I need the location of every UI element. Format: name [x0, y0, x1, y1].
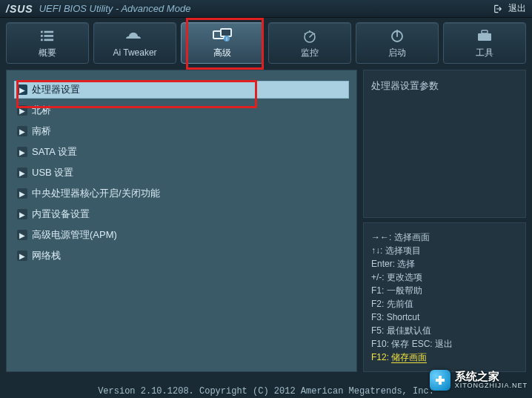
help-line: +/-: 更改选项	[371, 271, 518, 284]
side-pane: 处理器设置参数 →←: 选择画面 ↑↓: 选择项目 Enter: 选择 +/-:…	[363, 70, 526, 372]
svg-rect-4	[41, 39, 43, 41]
title-bar: /SUS UEFI BIOS Utility - Advanced Mode 退…	[0, 0, 532, 18]
chevron-right-icon: ▶	[17, 230, 27, 240]
menu-pane: ▶ 处理器设置 ▶ 北桥 ▶ 南桥 ▶ SATA 设置 ▶ USB 设置 ▶ 中…	[6, 70, 357, 372]
menu-label: 处理器设置	[32, 83, 80, 96]
info-panel: 处理器设置参数	[363, 70, 526, 218]
watermark: 系统之家 XITONGZHIJIA.NET	[430, 370, 528, 391]
menu-label: 网络栈	[32, 249, 61, 262]
menu-label: 内置设备设置	[32, 208, 90, 221]
menu-sata-config[interactable]: ▶ SATA 设置	[14, 143, 349, 161]
tab-label: Ai Tweaker	[113, 47, 156, 58]
menu-onboard-devices[interactable]: ▶ 内置设备设置	[14, 205, 349, 223]
tab-bar: 概要 Ai Tweaker i 高级 监控 启动 工具	[0, 18, 532, 67]
menu-label: 北桥	[32, 104, 51, 117]
info-text: 处理器设置参数	[371, 80, 439, 91]
advanced-icon: i	[213, 27, 232, 44]
tab-label: 工具	[476, 47, 493, 59]
tweaker-icon	[126, 28, 144, 44]
help-line: F5: 最佳默认值	[371, 324, 518, 337]
exit-icon	[493, 4, 504, 14]
tab-ai-tweaker[interactable]: Ai Tweaker	[93, 22, 176, 64]
menu-cpu-config[interactable]: ▶ 处理器设置	[14, 81, 349, 99]
tab-boot[interactable]: 启动	[356, 22, 439, 64]
svg-rect-1	[44, 30, 54, 33]
list-icon	[39, 27, 56, 44]
tab-overview[interactable]: 概要	[6, 22, 89, 64]
help-line: ↑↓: 选择项目	[371, 244, 518, 257]
svg-rect-2	[41, 35, 43, 37]
chevron-right-icon: ▶	[17, 84, 27, 95]
tab-label: 概要	[39, 47, 56, 59]
svg-rect-0	[41, 30, 43, 33]
tab-label: 启动	[388, 47, 406, 59]
help-line: →←: 选择画面	[371, 230, 518, 244]
asus-logo: /SUS	[6, 3, 33, 15]
svg-rect-5	[44, 39, 54, 41]
main-area: ▶ 处理器设置 ▶ 北桥 ▶ 南桥 ▶ SATA 设置 ▶ USB 设置 ▶ 中…	[0, 67, 532, 378]
monitor-icon	[302, 27, 318, 44]
menu-label: 高级电源管理(APM)	[32, 228, 117, 242]
menu-label: 中央处理器核心开启/关闭功能	[32, 187, 160, 200]
chevron-right-icon: ▶	[17, 209, 27, 219]
svg-rect-13	[482, 30, 488, 33]
help-line: F2: 先前值	[371, 297, 518, 311]
tab-monitor[interactable]: 监控	[268, 22, 351, 64]
svg-rect-7	[221, 29, 231, 36]
exit-label: 退出	[508, 2, 526, 15]
menu-label: USB 设置	[32, 166, 73, 179]
exit-button[interactable]: 退出	[493, 2, 526, 15]
tab-label: 高级	[213, 47, 231, 59]
help-line: F3: Shortcut	[371, 311, 518, 324]
menu-south-bridge[interactable]: ▶ 南桥	[14, 122, 349, 140]
svg-rect-3	[44, 35, 54, 37]
chevron-right-icon: ▶	[17, 168, 27, 178]
tab-advanced[interactable]: i 高级	[181, 22, 264, 64]
menu-usb-config[interactable]: ▶ USB 设置	[14, 164, 349, 182]
chevron-right-icon: ▶	[17, 105, 27, 116]
chevron-right-icon: ▶	[17, 126, 27, 136]
menu-network-stack[interactable]: ▶ 网络栈	[14, 247, 349, 265]
menu-cpu-core[interactable]: ▶ 中央处理器核心开启/关闭功能	[14, 185, 349, 202]
help-line: F1: 一般帮助	[371, 284, 518, 297]
svg-rect-12	[478, 33, 491, 41]
menu-label: SATA 设置	[32, 145, 77, 159]
help-line: Enter: 选择	[371, 257, 518, 271]
menu-label: 南桥	[32, 125, 51, 138]
tab-tool[interactable]: 工具	[443, 22, 526, 64]
menu-north-bridge[interactable]: ▶ 北桥	[14, 102, 349, 119]
help-panel: →←: 选择画面 ↑↓: 选择项目 Enter: 选择 +/-: 更改选项 F1…	[363, 222, 526, 372]
help-line: F10: 保存 ESC: 退出	[371, 337, 518, 351]
chevron-right-icon: ▶	[17, 147, 27, 157]
watermark-name: 系统之家	[455, 371, 528, 383]
help-line-highlight: F12: 储存画面	[371, 351, 518, 364]
power-icon	[390, 27, 405, 44]
tab-label: 监控	[301, 47, 319, 59]
app-title: UEFI BIOS Utility - Advanced Mode	[39, 3, 191, 14]
watermark-icon	[430, 370, 450, 391]
watermark-url: XITONGZHIJIA.NET	[455, 382, 528, 390]
menu-apm[interactable]: ▶ 高级电源管理(APM)	[14, 226, 349, 244]
chevron-right-icon: ▶	[17, 251, 27, 261]
toolbox-icon	[476, 27, 493, 44]
chevron-right-icon: ▶	[17, 188, 27, 199]
